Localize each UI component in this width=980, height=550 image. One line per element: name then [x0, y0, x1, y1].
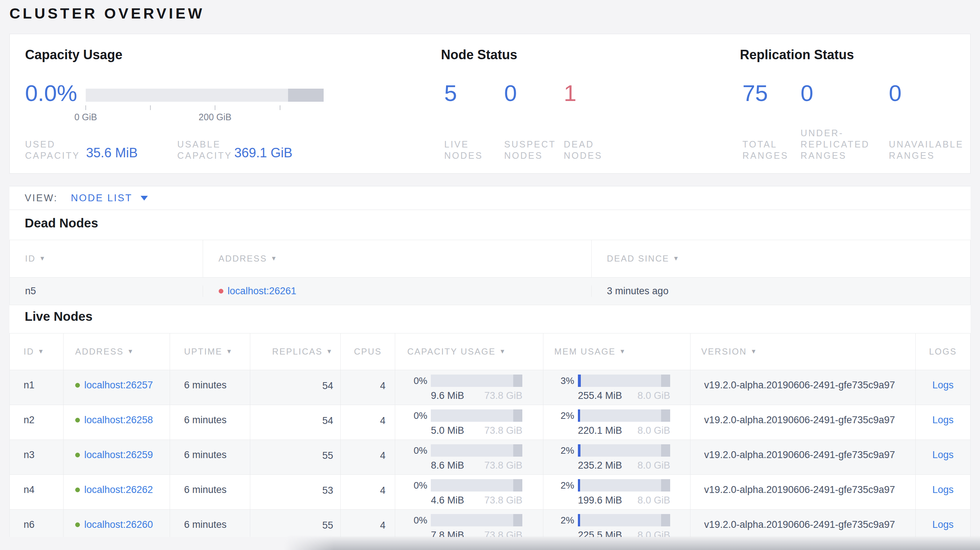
axis-tick: [85, 105, 86, 110]
node-capacity-usage: 0% 4.6 MiB73.8 GiB: [395, 475, 543, 509]
axis-tick: [280, 105, 280, 110]
live-col-replicas[interactable]: REPLICAS▼: [250, 334, 341, 370]
node-logs: Logs: [915, 405, 970, 440]
node-id: n3: [10, 440, 63, 474]
total-ranges-label: TOTALRANGES: [743, 139, 789, 161]
total-ranges-count: 75: [743, 80, 768, 106]
dead-node-id: n5: [10, 286, 203, 297]
view-dropdown[interactable]: NODE LIST: [71, 192, 148, 204]
node-address: localhost:26257: [63, 370, 170, 405]
mem-mini-bar: [578, 479, 670, 491]
unavailable-label: UNAVAILABLERANGES: [889, 139, 964, 161]
node-version: v19.2.0-alpha.20190606-2491-gfe735c9a97: [690, 370, 916, 405]
dead-col-address[interactable]: ADDRESS▼: [203, 240, 591, 277]
node-address: localhost:26259: [63, 440, 170, 474]
node-version: v19.2.0-alpha.20190606-2491-gfe735c9a97: [690, 405, 916, 440]
node-id: n1: [10, 370, 63, 405]
dead-nodes-label: DEADNODES: [564, 139, 602, 161]
node-status-title: Node Status: [441, 47, 517, 62]
logs-link[interactable]: Logs: [932, 484, 954, 496]
node-uptime: 6 minutes: [170, 440, 250, 474]
sort-arrow-icon: ▼: [619, 348, 626, 355]
node-address: localhost:26258: [63, 405, 170, 440]
live-status-icon: [75, 383, 80, 388]
live-col-cpus: CPUS: [340, 334, 395, 370]
capacity-mini-bar: [431, 444, 522, 457]
capacity-percent: 0.0%: [25, 80, 77, 106]
capacity-mini-bar: [431, 479, 522, 491]
dead-nodes-table: ID▼ ADDRESS▼ DEAD SINCE▼ n5 localhost:26…: [10, 240, 970, 305]
table-row: n1 localhost:26257 6 minutes 54 4 0% 9.6…: [10, 370, 970, 405]
node-address-link[interactable]: localhost:26259: [84, 449, 153, 461]
live-col-capacity[interactable]: CAPACITY USAGE▼: [395, 334, 543, 370]
live-col-version[interactable]: VERSION▼: [690, 334, 916, 370]
node-capacity-usage: 0% 5.0 MiB73.8 GiB: [395, 405, 543, 440]
nodes-section: Dead Nodes ID▼ ADDRESS▼ DEAD SINCE▼ n5 l…: [10, 210, 970, 537]
node-version: v19.2.0-alpha.20190606-2491-gfe735c9a97: [690, 440, 916, 474]
dead-col-id[interactable]: ID▼: [10, 240, 203, 277]
dead-col-dead-since[interactable]: DEAD SINCE▼: [591, 240, 970, 277]
table-row: n2 localhost:26258 6 minutes 54 4 0% 5.0…: [10, 405, 970, 440]
live-col-uptime[interactable]: UPTIME▼: [170, 334, 250, 370]
axis-label-0: 0 GiB: [75, 112, 97, 122]
node-capacity-usage: 0% 8.6 MiB73.8 GiB: [395, 440, 543, 474]
logs-link[interactable]: Logs: [932, 449, 954, 461]
page-title: CLUSTER OVERVIEW: [10, 5, 205, 22]
node-address-link[interactable]: localhost:26262: [84, 484, 153, 496]
axis-label-200: 200 GiB: [199, 112, 231, 122]
node-address-link[interactable]: localhost:26258: [84, 415, 153, 426]
node-logs: Logs: [915, 475, 970, 509]
node-replicas: 54: [250, 370, 341, 405]
table-row: n4 localhost:26262 6 minutes 53 4 0% 4.6…: [10, 474, 970, 509]
dead-node-address-link[interactable]: localhost:26261: [228, 286, 296, 297]
sort-arrow-icon: ▼: [39, 255, 46, 262]
node-address-link[interactable]: localhost:26257: [84, 380, 153, 391]
live-col-address[interactable]: ADDRESS▼: [63, 334, 170, 370]
capacity-usage-title: Capacity Usage: [25, 47, 123, 62]
node-mem-usage: 2% 235.2 MiB8.0 GiB: [543, 440, 690, 474]
replication-status-title: Replication Status: [740, 47, 854, 62]
node-uptime: 6 minutes: [170, 370, 250, 405]
suspect-nodes-label: SUSPECTNODES: [504, 139, 556, 161]
live-table-header-row: ID▼ ADDRESS▼ UPTIME▼ REPLICAS▼ CPUS CAPA…: [10, 334, 970, 370]
node-id: n2: [10, 405, 63, 440]
node-cpus: 4: [340, 510, 395, 537]
node-logs: Logs: [915, 510, 970, 537]
overlay-shadow: [283, 536, 980, 550]
node-logs: Logs: [915, 370, 970, 405]
node-cpus: 4: [340, 440, 395, 474]
node-mem-usage: 2% 199.6 MiB8.0 GiB: [543, 475, 690, 509]
logs-link[interactable]: Logs: [932, 415, 954, 426]
node-id: n4: [10, 475, 63, 509]
used-capacity-label: USED CAPACITY: [25, 139, 80, 161]
logs-link[interactable]: Logs: [932, 380, 954, 391]
node-address-link[interactable]: localhost:26260: [84, 519, 153, 530]
logs-link[interactable]: Logs: [932, 519, 954, 530]
live-col-mem[interactable]: MEM USAGE▼: [543, 334, 690, 370]
node-cpus: 4: [340, 475, 395, 509]
node-capacity-usage: 0% 7.8 MiB73.8 GiB: [395, 510, 543, 537]
dead-table-header-row: ID▼ ADDRESS▼ DEAD SINCE▼: [10, 240, 970, 277]
sort-arrow-icon: ▼: [270, 255, 277, 262]
live-nodes-heading: Live Nodes: [25, 309, 92, 324]
node-uptime: 6 minutes: [170, 475, 250, 509]
capacity-usage-bar: [86, 89, 324, 102]
under-replicated-label: UNDER-REPLICATEDRANGES: [800, 127, 870, 161]
live-col-id[interactable]: ID▼: [10, 334, 63, 370]
live-status-icon: [75, 488, 80, 492]
node-uptime: 6 minutes: [170, 405, 250, 440]
sort-arrow-icon: ▼: [226, 348, 233, 355]
under-replicated-count: 0: [800, 80, 813, 106]
table-row: n5 localhost:26261 3 minutes ago: [10, 277, 970, 305]
view-label: VIEW:: [25, 192, 58, 204]
node-id: n6: [10, 510, 63, 537]
node-mem-usage: 2% 220.1 MiB8.0 GiB: [543, 405, 690, 440]
usable-capacity-value: 369.1 GiB: [234, 145, 293, 161]
node-mem-usage: 3% 255.4 MiB8.0 GiB: [543, 370, 690, 405]
dead-nodes-heading: Dead Nodes: [25, 216, 98, 230]
axis-tick: [150, 105, 151, 110]
capacity-mini-bar: [431, 375, 522, 387]
unavailable-count: 0: [889, 80, 902, 106]
sort-arrow-icon: ▼: [127, 348, 134, 355]
capacity-mini-bar: [431, 514, 522, 526]
